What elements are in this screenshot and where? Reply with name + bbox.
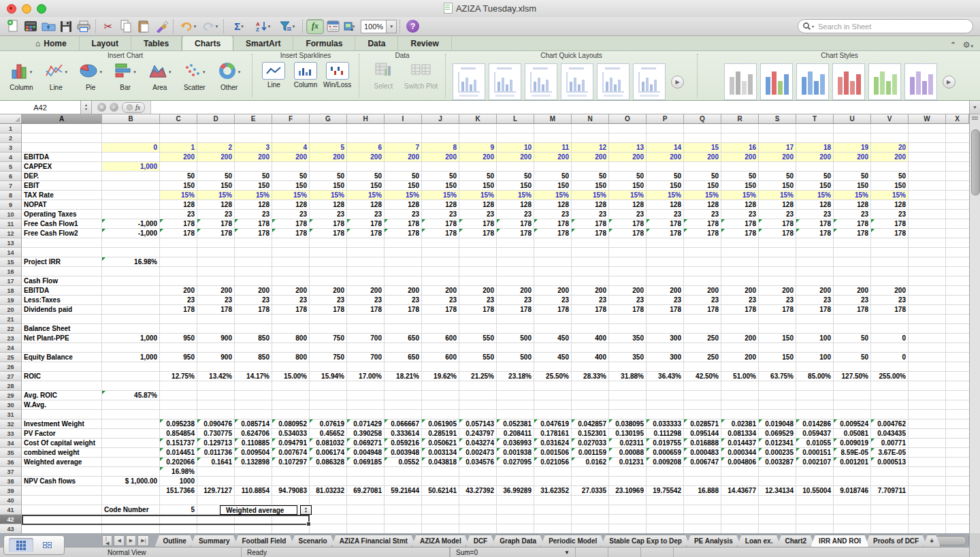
copy-button[interactable]	[117, 18, 135, 35]
cell[interactable]	[385, 276, 422, 286]
cell[interactable]: 178	[459, 229, 497, 238]
cell[interactable]: 128	[796, 200, 834, 210]
cell[interactable]	[946, 429, 969, 439]
cell[interactable]	[497, 381, 534, 391]
ribbon-tab-charts[interactable]: Charts	[182, 35, 233, 50]
cell[interactable]: 0.110885	[235, 439, 272, 448]
cell[interactable]: 750	[310, 353, 347, 362]
name-box[interactable]: A42	[0, 101, 81, 114]
cell[interactable]: 100	[796, 353, 834, 362]
column-header-F[interactable]: F	[272, 114, 310, 124]
first-sheet-button[interactable]: |◀	[102, 535, 112, 546]
cell[interactable]	[22, 496, 102, 505]
cell[interactable]: 0.033333	[647, 419, 684, 429]
cell[interactable]: 128	[347, 200, 385, 210]
cell[interactable]: 178	[459, 219, 497, 229]
cell[interactable]	[235, 410, 272, 419]
cell[interactable]	[459, 238, 497, 248]
row-header-23[interactable]: 23	[0, 334, 22, 343]
cell[interactable]	[197, 162, 235, 172]
cell[interactable]: EBIT	[22, 181, 102, 191]
cell[interactable]: 23	[197, 210, 235, 219]
cell[interactable]: 128	[609, 200, 647, 210]
cell[interactable]: 18	[796, 143, 834, 153]
cell[interactable]: 500	[497, 353, 534, 362]
cell[interactable]	[609, 238, 647, 248]
cell[interactable]	[310, 467, 347, 477]
cell[interactable]: 23	[160, 296, 197, 305]
cell[interactable]	[160, 496, 197, 505]
cell[interactable]	[534, 467, 572, 477]
column-header-I[interactable]: I	[385, 114, 422, 124]
cell[interactable]: 150	[534, 181, 572, 191]
cell[interactable]	[909, 362, 946, 372]
cell[interactable]: 178	[871, 229, 909, 238]
cell[interactable]: 150	[385, 181, 422, 191]
code-combo-box[interactable]: Weighted average	[220, 505, 297, 515]
cell[interactable]	[871, 477, 909, 486]
cell[interactable]	[347, 267, 385, 276]
cell[interactable]	[534, 477, 572, 486]
cell[interactable]: 0.086328	[310, 458, 347, 467]
cell[interactable]	[946, 477, 969, 486]
cell[interactable]	[310, 248, 347, 257]
cell[interactable]	[684, 524, 721, 533]
cell[interactable]	[534, 133, 572, 143]
cell[interactable]	[684, 381, 721, 391]
cell[interactable]	[684, 238, 721, 248]
cell[interactable]	[422, 410, 459, 419]
cell[interactable]: 3	[235, 143, 272, 153]
column-header-H[interactable]: H	[347, 114, 385, 124]
chart-style-1[interactable]	[724, 63, 757, 100]
cell[interactable]	[459, 381, 497, 391]
chart-quick-layout-3[interactable]	[525, 63, 557, 100]
cell[interactable]	[871, 324, 909, 334]
cell[interactable]	[721, 324, 759, 334]
cell[interactable]: 0.001159	[572, 448, 609, 458]
fill-handle[interactable]	[306, 522, 311, 526]
cell[interactable]: 178	[572, 305, 609, 315]
cell[interactable]	[759, 238, 796, 248]
cell[interactable]	[909, 505, 946, 515]
cell[interactable]	[647, 315, 684, 324]
cell[interactable]: 550	[459, 353, 497, 362]
cell[interactable]	[796, 467, 834, 477]
cell[interactable]	[572, 162, 609, 172]
cell[interactable]: 1	[160, 143, 197, 153]
cell[interactable]	[684, 477, 721, 486]
cell[interactable]	[497, 324, 534, 334]
cell[interactable]: 23	[721, 296, 759, 305]
cell[interactable]	[946, 343, 969, 353]
cell[interactable]: 0.854854	[160, 429, 197, 439]
cell[interactable]	[871, 362, 909, 372]
cell[interactable]	[347, 276, 385, 286]
cell[interactable]	[197, 248, 235, 257]
cell[interactable]	[102, 419, 160, 429]
cell[interactable]	[946, 286, 969, 296]
cell[interactable]: 23	[497, 296, 534, 305]
cell[interactable]	[684, 257, 721, 267]
cell[interactable]: 5	[160, 505, 197, 515]
cell[interactable]: 178	[684, 219, 721, 229]
cell[interactable]: 1,000	[102, 162, 160, 172]
cell[interactable]	[909, 257, 946, 267]
cell[interactable]	[609, 496, 647, 505]
cell[interactable]	[946, 334, 969, 343]
cell[interactable]: 150	[459, 181, 497, 191]
cell[interactable]: 178	[572, 229, 609, 238]
cell[interactable]	[422, 238, 459, 248]
ribbon-tab-home[interactable]: ⌂Home	[23, 36, 80, 50]
cell[interactable]: 0.007674	[272, 448, 310, 458]
cell[interactable]	[22, 410, 102, 419]
cell[interactable]	[459, 505, 497, 515]
cut-button[interactable]: ✂	[99, 18, 117, 35]
chart-style-6[interactable]	[904, 63, 937, 100]
prev-sheet-button[interactable]: ◀	[114, 535, 124, 546]
cell[interactable]	[721, 133, 759, 143]
cell[interactable]	[160, 124, 197, 133]
cell[interactable]: 0.003287	[759, 458, 796, 467]
cell[interactable]: 0.071429	[347, 419, 385, 429]
cell[interactable]	[834, 381, 871, 391]
cell[interactable]	[272, 257, 310, 267]
row-header-37[interactable]: 37	[0, 467, 22, 477]
